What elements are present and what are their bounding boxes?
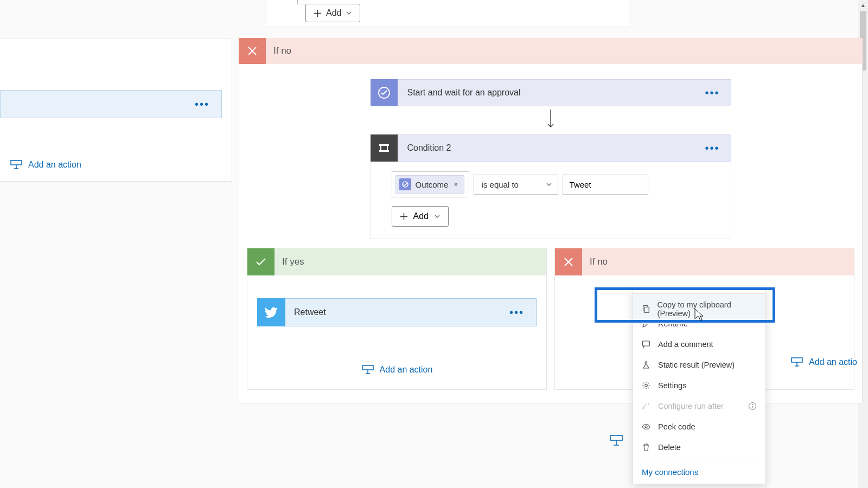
branch-header-no: If no xyxy=(239,38,863,64)
condition-add-button[interactable]: Add xyxy=(392,206,449,227)
menu-divider xyxy=(633,459,765,459)
plus-icon xyxy=(314,9,322,17)
more-icon[interactable]: ••• xyxy=(195,98,209,111)
operator-select[interactable]: is equal to xyxy=(474,175,558,195)
condition-value-input[interactable]: Tweet xyxy=(563,175,648,195)
condition-value: Tweet xyxy=(570,180,591,189)
svg-point-4 xyxy=(403,182,408,187)
branch-icon xyxy=(642,402,650,410)
condition-title: Condition 2 xyxy=(398,143,451,153)
menu-delete[interactable]: Delete xyxy=(633,437,765,458)
menu-static-result[interactable]: Static result (Preview) xyxy=(633,355,765,375)
if-yes-label: If yes xyxy=(275,256,304,267)
plus-icon xyxy=(400,213,408,221)
branch-body: Start and wait for an approval ••• Condi… xyxy=(239,64,863,403)
token-icon xyxy=(399,178,411,190)
comment-icon xyxy=(642,340,650,349)
svg-rect-10 xyxy=(643,341,650,346)
svg-rect-14 xyxy=(752,406,752,408)
svg-rect-7 xyxy=(610,435,622,440)
menu-comment-label: Add a comment xyxy=(658,340,713,349)
svg-rect-9 xyxy=(644,307,649,312)
if-yes-branch: If yes Retweet ••• Add an action xyxy=(247,248,547,390)
add-label: Add xyxy=(413,211,429,221)
x-icon xyxy=(563,256,575,268)
nested-no-header: If no xyxy=(555,248,854,275)
branch-header-yes: If yes xyxy=(247,248,546,275)
condition-icon xyxy=(371,134,398,162)
retweet-more-icon[interactable]: ••• xyxy=(497,306,536,319)
add-action-no-label: Add an actio xyxy=(809,357,857,367)
svg-rect-2 xyxy=(379,144,389,146)
peek-action-card[interactable]: ••• xyxy=(0,90,222,118)
top-container: Add xyxy=(266,0,629,27)
add-action-yes-label: Add an action xyxy=(380,365,433,375)
operator-label: is equal to xyxy=(482,180,519,189)
approval-action-card[interactable]: Start and wait for an approval ••• xyxy=(371,79,731,106)
token-label: Outcome xyxy=(416,180,449,189)
eye-icon xyxy=(642,422,650,431)
add-action-icon xyxy=(790,357,803,368)
chevron-down-icon xyxy=(546,181,552,188)
add-button-label: Add xyxy=(326,8,341,18)
bottom-add-action-icon[interactable] xyxy=(609,434,624,449)
add-action-icon xyxy=(10,159,23,170)
menu-connections-label: My connections xyxy=(642,467,698,477)
approval-more-icon[interactable]: ••• xyxy=(694,87,730,99)
nested-no-label: If no xyxy=(582,256,608,267)
add-action-yes[interactable]: Add an action xyxy=(247,326,546,389)
menu-peek-label: Peek code xyxy=(658,422,695,431)
condition-more-icon[interactable]: ••• xyxy=(694,142,730,155)
twitter-icon xyxy=(257,298,285,326)
svg-rect-0 xyxy=(11,160,22,165)
menu-settings-label: Settings xyxy=(658,381,686,390)
chevron-down-icon xyxy=(434,213,441,220)
svg-rect-5 xyxy=(362,365,373,370)
menu-delete-label: Delete xyxy=(658,443,681,452)
menu-configure-run-after: Configure run after xyxy=(633,396,765,416)
flow-arrow xyxy=(371,106,731,134)
menu-configure-label: Configure run after xyxy=(658,402,724,410)
token-remove-icon[interactable]: × xyxy=(454,180,458,189)
gear-icon xyxy=(642,381,650,390)
outcome-token[interactable]: Outcome × xyxy=(395,175,464,194)
svg-point-11 xyxy=(645,384,648,387)
add-button-top[interactable]: Add xyxy=(305,4,360,22)
check-icon-box xyxy=(247,248,275,275)
chevron-down-icon xyxy=(346,10,352,16)
approval-icon xyxy=(371,79,398,106)
x-icon-box xyxy=(239,38,266,64)
approval-title: Start and wait for an approval xyxy=(398,88,521,98)
menu-comment[interactable]: Add a comment xyxy=(633,334,765,355)
condition-left-operand[interactable]: Outcome × xyxy=(392,171,469,197)
menu-static-label: Static result (Preview) xyxy=(658,361,735,369)
menu-copy-label: Copy to my clipboard (Preview) xyxy=(658,300,757,318)
svg-rect-6 xyxy=(792,358,802,362)
copy-icon xyxy=(642,305,650,313)
trash-icon xyxy=(642,443,650,452)
svg-rect-3 xyxy=(379,150,389,152)
svg-point-15 xyxy=(645,426,647,428)
menu-settings[interactable]: Settings xyxy=(633,375,765,396)
x-icon xyxy=(246,45,258,57)
menu-my-connections[interactable]: My connections xyxy=(633,460,765,484)
condition-card[interactable]: Condition 2 ••• xyxy=(371,134,731,162)
retweet-action-card[interactable]: Retweet ••• xyxy=(257,298,537,326)
x-icon-box xyxy=(555,248,582,275)
svg-point-13 xyxy=(752,404,753,405)
flask-icon xyxy=(642,361,650,369)
scroll-up-arrow[interactable]: ▲ xyxy=(858,0,868,10)
retweet-title: Retweet xyxy=(285,307,326,317)
add-action-label: Add an action xyxy=(28,160,81,170)
menu-peek-code[interactable]: Peek code xyxy=(633,416,765,437)
menu-copy-clipboard[interactable]: Copy to my clipboard (Preview) xyxy=(633,293,766,324)
condition-body: Outcome × is equal to Tweet Add xyxy=(371,162,731,239)
add-action-icon xyxy=(361,364,374,375)
branch-label: If no xyxy=(266,46,291,56)
check-icon xyxy=(254,255,267,268)
add-action-left[interactable]: Add an action xyxy=(0,118,232,181)
left-branch-panel: ••• Add an action xyxy=(0,38,232,182)
if-no-branch-main: If no Start and wait for an approval •••… xyxy=(239,38,863,403)
info-icon xyxy=(748,402,757,410)
